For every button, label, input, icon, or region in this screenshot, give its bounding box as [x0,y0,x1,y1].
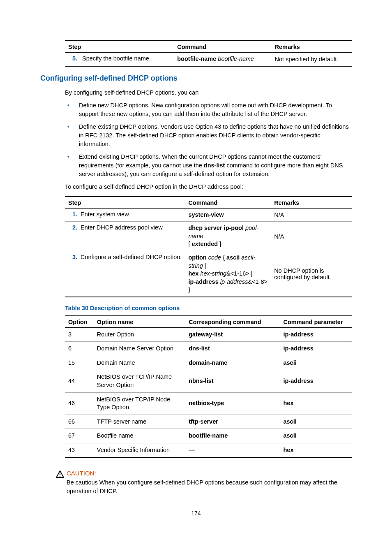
option-cell: 66 [65,415,94,429]
command-parameter-cell: ip-address [280,327,352,342]
table-header-row: Step Command Remarks [65,197,352,209]
corresponding-command-cell: tftp-server [185,415,280,429]
step-table-bootfile: Step Command Remarks 5. Specify the boot… [65,40,352,67]
option-name-cell: Router Option [94,327,185,342]
corresponding-command-cell: domain-name [185,356,280,370]
option-cell: 3 [65,327,94,342]
col-command: Command [185,197,271,209]
col-remarks: Remarks [271,197,352,209]
step-description: Enter DHCP address pool view. [81,224,164,231]
remarks-cell: N/A [271,208,352,222]
option-cell: 6 [65,342,94,356]
option-cell: 46 [65,392,94,415]
step-description: Configure a self-defined DHCP option. [81,254,182,260]
option-name-cell: Vendor Specific Information [94,443,185,457]
section-heading: Configuring self-defined DHCP options [40,74,352,83]
option-cell: 15 [65,356,94,370]
step-number: 2. [68,224,81,231]
corresponding-command-cell: gateway-list [185,327,280,342]
command-cell: dhcp server ip-pool pool-name [ extended… [185,222,271,251]
table-row: 3.Configure a self-defined DHCP option. … [65,251,352,297]
table-row: 44NetBIOS over TCP/IP Name Server Option… [65,370,352,392]
corresponding-command-cell: bootfile-name [185,429,280,443]
command-parameter-cell: ascii [280,429,352,443]
caution-heading: CAUTION: [67,470,352,477]
command-parameter-cell: ascii [280,356,352,370]
corresponding-command-cell: netbios-type [185,392,280,415]
option-name-cell: Domain Name [94,356,185,370]
col-option-name: Option name [94,316,185,328]
caution-icon [41,470,67,479]
bullet-list: Define new DHCP options. New configurati… [65,101,352,178]
table-row: 66TFTP server nametftp-serverascii [65,415,352,429]
col-command-parameter: Command parameter [280,316,352,328]
col-step: Step [65,197,185,209]
step-description: Enter system view. [81,211,130,218]
command-cell: bootfile-name bootfile-name [174,53,271,66]
remarks-cell: No DHCP option is configured by default. [271,251,352,297]
table-row: 6Domain Name Server Optiondns-listip-add… [65,342,352,356]
table-row: 43Vendor Specific Information—hex [65,443,352,457]
corresponding-command-cell: dns-list [185,342,280,356]
caution-text: Be cautious When you configure self-defi… [67,478,352,496]
step-number: 5. [68,55,81,62]
col-remarks: Remarks [272,41,352,53]
command-parameter-cell: ascii [280,415,352,429]
step-table-selfdefined: Step Command Remarks 1.Enter system view… [65,196,352,297]
command-cell: system-view [185,208,271,222]
table-row: 2.Enter DHCP address pool view. dhcp ser… [65,222,352,251]
table-row: 67Bootfile namebootfile-nameascii [65,429,352,443]
list-item: Define existing DHCP options. Vendors us… [65,123,352,148]
table-row: 1.Enter system view. system-view N/A [65,208,352,222]
table-row: 15Domain Namedomain-nameascii [65,356,352,370]
list-item: Extend existing DHCP options. When the c… [65,153,352,178]
option-name-cell: Bootfile name [94,429,185,443]
option-name-cell: NetBIOS over TCP/IP Name Server Option [94,370,185,392]
list-item: Define new DHCP options. New configurati… [65,101,352,118]
remarks-cell: Not specified by default. [272,53,352,66]
option-name-cell: Domain Name Server Option [94,342,185,356]
table-row: 46NetBIOS over TCP/IP Node Type Optionne… [65,392,352,415]
step-number: 1. [68,211,81,218]
intro-text: By configuring self-defined DHCP options… [65,88,352,97]
step-number: 3. [68,254,81,260]
step-description: Specify the bootfile name. [82,55,151,62]
command-parameter-cell: ip-address [280,370,352,392]
corresponding-command-cell: nbns-list [185,370,280,392]
command-parameter-cell: ip-address [280,342,352,356]
command-parameter-cell: hex [280,392,352,415]
command-parameter-cell: hex [280,443,352,457]
lead-text: To configure a self-defined DHCP option … [65,183,352,191]
option-cell: 44 [65,370,94,392]
remarks-cell: N/A [271,222,352,251]
option-name-cell: TFTP server name [94,415,185,429]
option-name-cell: NetBIOS over TCP/IP Node Type Option [94,392,185,415]
table-header-row: Option Option name Corresponding command… [65,316,352,328]
command-cell: option code { ascii ascii-string | hex h… [185,251,271,297]
corresponding-command-cell: — [185,443,280,457]
table-caption: Table 30 Description of common options [65,305,352,311]
col-command: Command [174,41,271,53]
table-row: 3Router Optiongateway-listip-address [65,327,352,342]
page-number: 174 [0,510,392,517]
svg-point-1 [60,476,60,477]
col-option: Option [65,316,94,328]
table-header-row: Step Command Remarks [65,41,352,53]
table-row: 5. Specify the bootfile name. bootfile-n… [65,53,352,66]
caution-block: CAUTION: Be cautious When you configure … [65,467,352,499]
col-step: Step [65,41,174,53]
col-corresponding-command: Corresponding command [185,316,280,328]
option-cell: 67 [65,429,94,443]
options-table: Option Option name Corresponding command… [65,315,352,458]
option-cell: 43 [65,443,94,457]
